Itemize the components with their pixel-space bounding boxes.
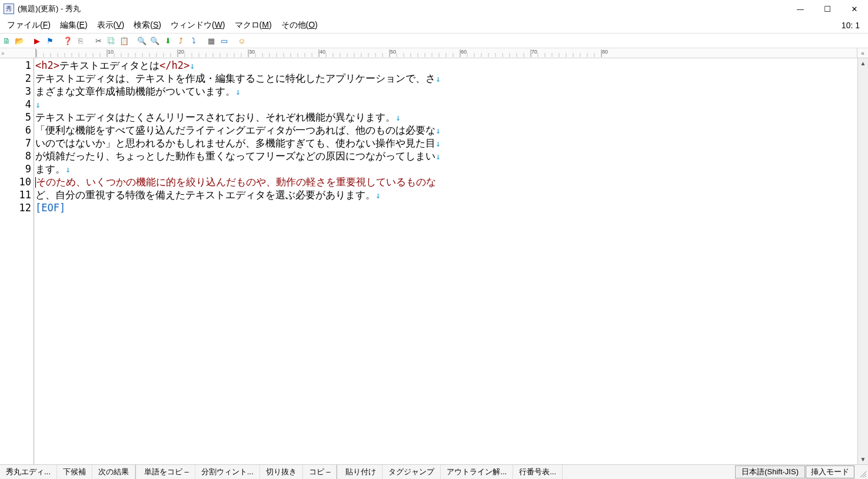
- line-number: 8: [0, 149, 31, 162]
- svg-text:70: 70: [531, 49, 537, 55]
- statusbar-item[interactable]: 次の結果: [92, 465, 135, 479]
- svg-text:40: 40: [320, 49, 325, 55]
- text-line[interactable]: そのため、いくつかの機能に的を絞り込んだものや、動作の軽さを重要視しているものな: [35, 175, 856, 188]
- menu-v[interactable]: 表示(V): [92, 19, 129, 32]
- line-number: 7: [0, 137, 31, 149]
- copy-icon[interactable]: ⿻: [106, 35, 117, 46]
- statusbar: 秀丸エディ...下候補次の結果単語をコピ –分割ウィント...切り抜きコピ –貼…: [0, 464, 868, 479]
- text-line[interactable]: テキストエディタはたくさんリリースされており、それぞれ機能が異なります。↓: [35, 111, 856, 124]
- jump2-icon[interactable]: ⤵: [188, 35, 199, 46]
- statusbar-item[interactable]: 分割ウィント...: [195, 465, 260, 479]
- find-prev-icon[interactable]: 🔍: [149, 35, 160, 46]
- record-icon[interactable]: ▶: [32, 35, 42, 46]
- text-editor[interactable]: <h2>テキストエディタとは</h2>↓テキストエディタは、テキストを作成・編集…: [34, 58, 857, 464]
- open-file-icon[interactable]: 📂: [14, 35, 25, 46]
- text-line[interactable]: [EOF]: [35, 201, 856, 214]
- svg-text:20: 20: [178, 49, 184, 55]
- line-number: 10: [0, 175, 31, 188]
- help-icon[interactable]: ☺: [237, 35, 247, 46]
- statusbar-item[interactable]: 下候補: [57, 465, 92, 479]
- encoding-indicator[interactable]: 日本語(Shift-JIS): [735, 465, 805, 478]
- paste-icon[interactable]: 📋: [119, 35, 129, 46]
- mark-icon[interactable]: ❓: [62, 35, 73, 46]
- app-icon: 秀: [4, 4, 14, 14]
- ruler-collapse-icon[interactable]: «: [857, 48, 868, 58]
- scroll-down-icon[interactable]: ▼: [858, 454, 868, 464]
- scroll-track[interactable]: [858, 68, 868, 454]
- text-line[interactable]: が煩雑だったり、ちょっとした動作も重くなってフリーズなどの原因につながってしまい…: [35, 149, 856, 162]
- app-window: 秀 (無題)(更新) - 秀丸 — ☐ ✕ ファイル(F)編集(E)表示(V)検…: [0, 0, 868, 479]
- text-line[interactable]: 「便利な機能をすべて盛り込んだライティングエディタが一つあれば、他のものは必要な…: [35, 124, 856, 137]
- bookmark-icon[interactable]: ⚑: [45, 35, 55, 46]
- menubar: ファイル(F)編集(E)表示(V)検索(S)ウィンドウ(W)マクロ(M)その他(…: [0, 18, 868, 34]
- text-line[interactable]: いのではないか」と思われるかもしれませんが、多機能すぎても、使わない操作や見た目…: [35, 137, 856, 149]
- text-line[interactable]: <h2>テキストエディタとは</h2>↓: [35, 59, 856, 72]
- scroll-up-icon[interactable]: ▲: [858, 58, 868, 68]
- line-number: 2: [0, 72, 31, 85]
- svg-text:10: 10: [108, 49, 114, 55]
- svg-text:60: 60: [461, 49, 467, 55]
- statusbar-item[interactable]: 切り抜き: [260, 465, 303, 479]
- ruler-gutter: »: [0, 48, 36, 58]
- toolbar: 🗎 📂 ▶ ⚑ ❓ ⎘ ✂ ⿻ 📋 🔍 🔍 ⬇ ⤴ ⤵ ▦ ▭ ☺: [0, 34, 868, 48]
- insert-mode-indicator[interactable]: 挿入モード: [806, 465, 854, 478]
- line-number: 6: [0, 124, 31, 137]
- line-number: 9: [0, 162, 31, 175]
- search-icon[interactable]: 🔍: [137, 35, 147, 46]
- menu-s[interactable]: 検索(S): [129, 19, 166, 32]
- find-next-icon[interactable]: ⬇: [162, 35, 173, 46]
- text-line[interactable]: ます。↓: [35, 162, 856, 175]
- line-number: 11: [0, 188, 31, 201]
- statusbar-item[interactable]: タグジャンプ: [383, 465, 441, 479]
- jump-icon[interactable]: ⤴: [175, 35, 186, 46]
- svg-text:30: 30: [249, 49, 255, 55]
- window-title: (無題)(更新) - 秀丸: [18, 4, 81, 14]
- menu-w[interactable]: ウィンドウ(W): [166, 19, 230, 32]
- minimize-button[interactable]: —: [787, 0, 814, 18]
- text-line[interactable]: テキストエディタは、テキストを作成・編集することに特化したアプリケーションで、さ…: [35, 72, 856, 85]
- menu-e[interactable]: 編集(E): [55, 19, 92, 32]
- line-number-gutter[interactable]: 123456789101112: [0, 58, 34, 464]
- statusbar-item[interactable]: 秀丸エディ...: [0, 465, 57, 479]
- statusbar-item[interactable]: コピ –: [303, 465, 337, 479]
- text-line[interactable]: ↓: [35, 98, 856, 111]
- line-number: 4: [0, 98, 31, 111]
- line-number: 3: [0, 85, 31, 98]
- close-icon: ✕: [852, 5, 858, 14]
- statusbar-item[interactable]: 貼り付け: [340, 465, 383, 479]
- cursor-position-indicator: 10: 1: [842, 21, 866, 30]
- statusbar-item[interactable]: アウトライン解...: [441, 465, 513, 479]
- titlebar: 秀 (無題)(更新) - 秀丸 — ☐ ✕: [0, 0, 868, 18]
- statusbar-item[interactable]: 行番号表...: [513, 465, 563, 479]
- text-line[interactable]: ど、自分の重視する特徴を備えたテキストエディタを選ぶ必要があります。↓: [35, 188, 856, 201]
- view-mode-icon[interactable]: ▦: [206, 35, 217, 46]
- statusbar-item[interactable]: 単語をコピ –: [138, 465, 195, 479]
- ruler-row: » 1020304050607080 «: [0, 48, 868, 58]
- maximize-icon: ☐: [824, 5, 831, 14]
- editor-area: 123456789101112 <h2>テキストエディタとは</h2>↓テキスト…: [0, 58, 868, 464]
- split-icon[interactable]: ▭: [219, 35, 230, 46]
- resize-grip-icon[interactable]: [855, 465, 868, 479]
- line-number: 12: [0, 201, 31, 214]
- menu-o[interactable]: その他(O): [277, 19, 322, 32]
- text-line[interactable]: まざまな文章作成補助機能がついています。↓: [35, 85, 856, 98]
- svg-text:80: 80: [602, 49, 608, 55]
- vertical-scrollbar[interactable]: ▲ ▼: [857, 58, 868, 464]
- cut-icon[interactable]: ✂: [93, 35, 104, 46]
- menu-m[interactable]: マクロ(M): [230, 19, 277, 32]
- svg-text:50: 50: [390, 49, 396, 55]
- new-file-icon[interactable]: 🗎: [1, 35, 12, 46]
- clip-icon[interactable]: ⎘: [75, 35, 86, 46]
- ruler[interactable]: 1020304050607080: [36, 48, 857, 58]
- menu-f[interactable]: ファイル(F): [2, 19, 55, 32]
- close-button[interactable]: ✕: [841, 0, 868, 18]
- minimize-icon: —: [797, 5, 804, 14]
- svg-line-91: [865, 476, 866, 477]
- line-number: 5: [0, 111, 31, 124]
- line-number: 1: [0, 59, 31, 72]
- maximize-button[interactable]: ☐: [814, 0, 841, 18]
